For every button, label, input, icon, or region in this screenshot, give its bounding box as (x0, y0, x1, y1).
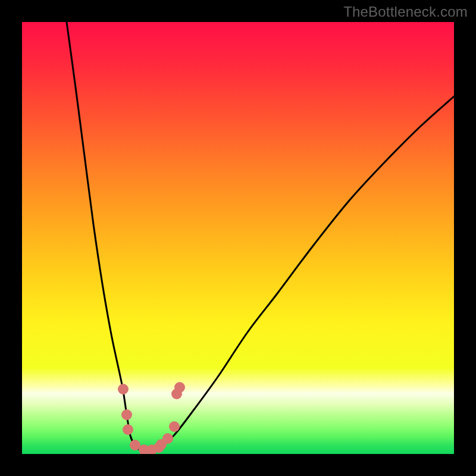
curve-marker (121, 409, 132, 420)
curve-marker (162, 433, 173, 444)
curve-marker (123, 424, 133, 435)
curve-marker (169, 421, 180, 432)
curve-markers (118, 382, 185, 454)
plot-area (22, 22, 454, 454)
watermark-text: TheBottleneck.com (343, 4, 468, 20)
chart-stage: TheBottleneck.com (0, 0, 476, 476)
curve-marker (174, 382, 185, 393)
curve-marker (118, 384, 129, 394)
bottleneck-curve (22, 22, 454, 454)
